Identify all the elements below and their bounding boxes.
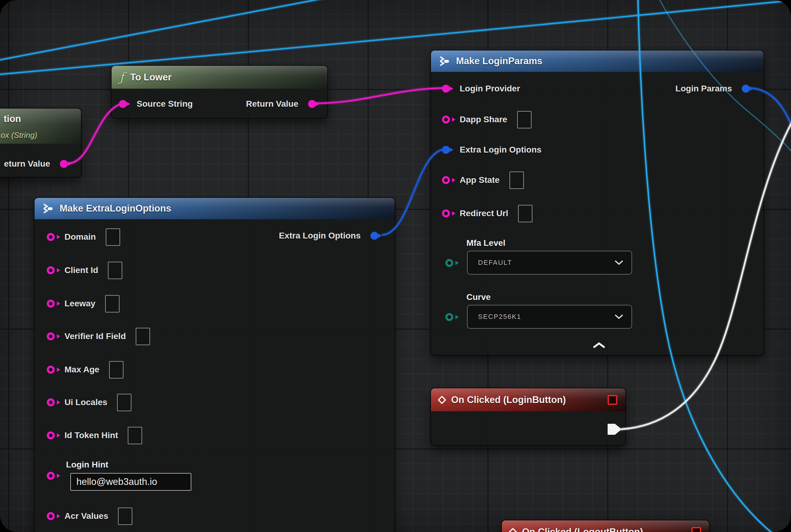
collapse-node-icon[interactable] — [593, 342, 605, 348]
node-make-extra-login-options[interactable]: Make ExtraLoginOptions Domain Client Id … — [34, 197, 395, 532]
leeway-input[interactable] — [105, 295, 119, 312]
node-header[interactable]: Make ExtraLoginOptions — [35, 198, 394, 219]
string-output-pin[interactable] — [60, 160, 68, 168]
curve-value: SECP256K1 — [478, 313, 521, 321]
event-icon — [438, 395, 446, 404]
acr-values-pin[interactable] — [47, 512, 55, 520]
source-string-pin[interactable] — [119, 100, 127, 108]
id-token-hint-input[interactable] — [128, 427, 142, 444]
client-id-pin[interactable] — [47, 266, 55, 274]
event-icon — [508, 527, 517, 532]
node-header[interactable]: On Clicked (LoginButton) — [431, 388, 625, 411]
pin-label-max-age: Max Age — [64, 365, 99, 375]
wire-cyan-diagonal-1[interactable] — [0, 0, 334, 60]
pin-label-redirect-url: Redirect Url — [460, 209, 508, 218]
dapp-share-pin[interactable] — [442, 116, 450, 124]
bound-event-icon — [607, 395, 617, 405]
extra-login-options-output-pin[interactable] — [370, 232, 379, 240]
node-make-login-params[interactable]: Make LoginParams Login Provider Dapp Sha… — [430, 50, 764, 356]
node-on-clicked-login-button[interactable]: On Clicked (LoginButton) — [430, 388, 626, 446]
pin-label-return-value: eturn Value — [4, 159, 50, 169]
pin-label-login-params: Login Params — [675, 84, 732, 94]
pin-label-dapp-share: Dapp Share — [460, 115, 507, 125]
return-value-pin[interactable] — [308, 100, 316, 108]
pin-label-return-value: Return Value — [246, 99, 298, 109]
node-title: Make LoginParams — [456, 56, 542, 66]
curve-dropdown[interactable]: SECP256K1 — [467, 305, 632, 329]
node-to-lower[interactable]: ƒ To Lower Source String Return Value — [111, 65, 328, 119]
redirect-url-input[interactable] — [518, 205, 533, 222]
pin-label-app-state: App State — [460, 175, 500, 185]
pin-label-curve: Curve — [466, 292, 490, 302]
node-title-fragment: tion — [4, 113, 21, 125]
node-header[interactable]: Make LoginParams — [431, 51, 764, 72]
verifier-id-field-pin[interactable] — [47, 332, 55, 340]
login-hint-value: hello@web3auth.io — [76, 476, 157, 487]
chevron-down-icon — [615, 315, 623, 319]
make-struct-icon — [439, 56, 450, 66]
domain-pin[interactable] — [47, 233, 55, 241]
node-get-text-partial[interactable]: tion ox (String) eturn Value — [0, 108, 82, 178]
leeway-pin[interactable] — [47, 300, 55, 308]
verifier-id-field-input[interactable] — [136, 328, 150, 345]
ui-locales-pin[interactable] — [47, 398, 55, 406]
mfa-level-value: DEFAULT — [478, 259, 512, 267]
app-state-input[interactable] — [509, 172, 524, 189]
dapp-share-input[interactable] — [517, 111, 532, 128]
function-icon: ƒ — [119, 71, 124, 83]
exec-output-pin[interactable] — [607, 424, 622, 435]
pin-label-client-id: Client Id — [64, 265, 98, 275]
pin-label-extra-login-options-out: Extra Login Options — [279, 231, 361, 241]
login-hint-pin[interactable] — [47, 472, 55, 480]
node-title: On Clicked (LogoutButton) — [522, 527, 643, 532]
pin-label-id-token-hint: Id Token Hint — [64, 431, 118, 440]
pin-label-verifier-id-field: Verifier Id Field — [64, 331, 126, 341]
node-title: On Clicked (LoginButton) — [451, 394, 566, 405]
node-on-clicked-logout-button[interactable]: On Clicked (LogoutButton) — [501, 520, 710, 532]
pin-label-source-string: Source String — [137, 99, 193, 109]
login-hint-input[interactable]: hello@web3auth.io — [70, 473, 191, 491]
make-struct-icon — [42, 204, 54, 213]
login-params-output-pin[interactable] — [742, 85, 750, 93]
client-id-input[interactable] — [108, 262, 122, 279]
acr-values-input[interactable] — [118, 508, 132, 525]
ui-locales-input[interactable] — [117, 394, 131, 411]
pin-label-login-provider: Login Provider — [460, 84, 520, 94]
pin-label-leeway: Leeway — [64, 299, 95, 308]
node-title: To Lower — [130, 72, 172, 83]
pin-label-ui-locales: Ui Locales — [64, 397, 107, 407]
pin-label-acr-values: Acr Values — [64, 511, 108, 521]
redirect-url-pin[interactable] — [442, 209, 450, 217]
blueprint-graph-canvas[interactable]: tion ox (String) eturn Value ƒ To Lower … — [0, 0, 791, 532]
chevron-down-icon — [615, 261, 623, 265]
pin-label-login-hint: Login Hint — [66, 460, 108, 470]
extra-login-options-input-pin[interactable] — [442, 146, 450, 154]
node-title: Make ExtraLoginOptions — [60, 203, 171, 214]
login-provider-pin[interactable] — [442, 85, 450, 93]
mfa-level-dropdown[interactable]: DEFAULT — [467, 251, 632, 274]
pin-label-domain: Domain — [64, 232, 96, 242]
bound-event-icon — [691, 527, 701, 532]
node-header[interactable]: tion ox (String) — [0, 109, 81, 144]
pin-label-mfa-level: Mfa Level — [466, 238, 505, 248]
pin-label-extra-login-options: Extra Login Options — [460, 145, 542, 155]
curve-pin[interactable] — [445, 313, 453, 321]
node-header[interactable]: ƒ To Lower — [112, 66, 327, 89]
wire-return-to-login-provider[interactable] — [315, 88, 445, 103]
node-header[interactable]: On Clicked (LogoutButton) — [502, 520, 709, 532]
id-token-hint-pin[interactable] — [47, 432, 55, 439]
wire-magenta-2-glow — [315, 88, 445, 103]
app-state-pin[interactable] — [442, 176, 450, 184]
node-subtitle-fragment: ox (String) — [1, 131, 37, 140]
domain-input[interactable] — [106, 228, 120, 246]
mfa-level-pin[interactable] — [445, 259, 453, 267]
max-age-input[interactable] — [109, 361, 123, 379]
wire-cyan-diagonal-glow — [0, 0, 334, 60]
max-age-pin[interactable] — [47, 366, 55, 374]
